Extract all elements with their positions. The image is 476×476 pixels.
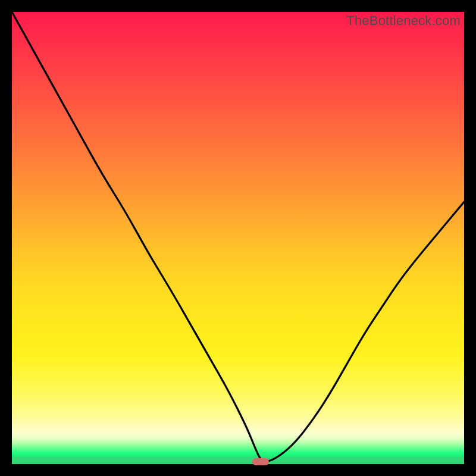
chart-frame: TheBottleneck.com — [0, 0, 476, 476]
chart-plot-area: TheBottleneck.com — [12, 12, 464, 464]
bottleneck-curve — [12, 12, 464, 464]
optimal-point-marker — [252, 458, 269, 465]
